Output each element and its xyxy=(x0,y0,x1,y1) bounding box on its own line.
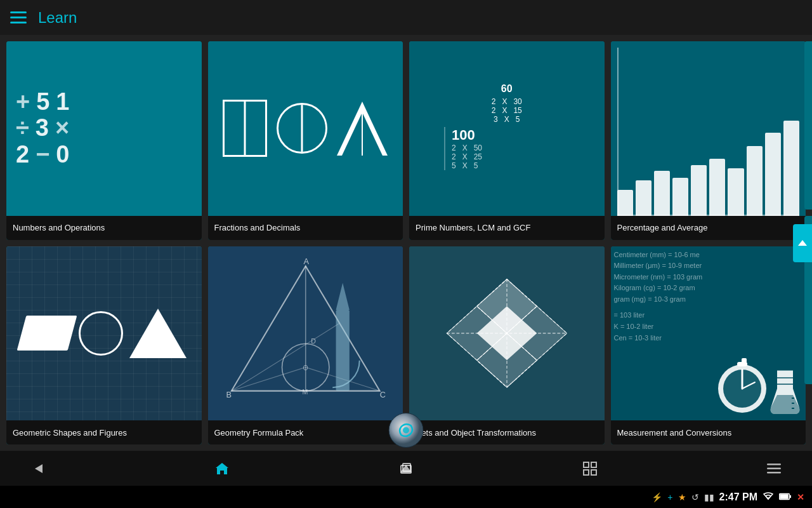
svg-rect-48 xyxy=(767,467,781,469)
card-nets-image xyxy=(409,246,605,421)
grid-icon xyxy=(583,462,597,476)
prime-row3: 3 X 5 xyxy=(425,115,589,124)
card-numbers-operations[interactable]: +51 ÷3× 2−0 Numbers and Operations xyxy=(6,41,202,240)
scroll-up-button[interactable] xyxy=(793,224,812,262)
home-icon xyxy=(214,462,230,476)
svg-marker-11 xyxy=(336,283,349,310)
nav-menu-icon xyxy=(767,464,781,474)
chart-x-axis xyxy=(617,215,800,216)
card-measure-image: Centimeter (mm) = 10-6 me Millimeter (μm… xyxy=(611,246,806,421)
card-prime-numbers[interactable]: 60 2 X 30 2 X 15 3 X 5 100 2 X 50 2 X 25… xyxy=(409,41,605,240)
scroll-up-nav-button[interactable] xyxy=(393,456,419,481)
back-icon xyxy=(31,462,45,476)
prime-tree-visual: 60 2 X 30 2 X 15 3 X 5 100 2 X 50 2 X 25… xyxy=(416,80,598,177)
card-numbers-image: +51 ÷3× 2−0 xyxy=(6,41,202,216)
hamburger-menu-icon[interactable] xyxy=(10,11,27,23)
app-title: Learn xyxy=(38,9,77,27)
home-button[interactable] xyxy=(209,456,235,481)
nav-menu-button[interactable] xyxy=(761,456,787,481)
geo-shapes-visual xyxy=(15,302,193,364)
geometry-formula-svg: A B C O D xyxy=(211,250,400,418)
bar-2 xyxy=(636,180,652,216)
back-button[interactable] xyxy=(25,456,51,481)
svg-marker-40 xyxy=(216,463,228,474)
svg-line-8 xyxy=(231,367,305,391)
grid-button[interactable] xyxy=(577,456,603,481)
app-logo-svg xyxy=(389,413,424,448)
svg-rect-44 xyxy=(591,462,596,467)
geo-triangle xyxy=(129,309,187,358)
card-percentage-image xyxy=(611,41,806,216)
top-bar: Learn xyxy=(0,0,812,35)
prime-row2: 2 X 15 xyxy=(425,106,589,115)
edge-card-top xyxy=(804,41,812,210)
card-grid: +51 ÷3× 2−0 Numbers and Operations xyxy=(6,41,806,444)
fraction-triangle xyxy=(337,102,388,156)
bar-8 xyxy=(747,146,763,216)
wifi-svg xyxy=(763,491,774,500)
card-measure-label: Measurement and Conversions xyxy=(611,420,806,444)
card-fractions-image xyxy=(208,41,403,216)
usb-icon: ⚡ xyxy=(652,492,662,502)
x-icon: ✕ xyxy=(797,492,804,502)
sync-icon: ↺ xyxy=(691,492,699,502)
card-geoform-image: A B C O D xyxy=(208,246,403,421)
plus-icon: + xyxy=(667,492,672,502)
fraction-circle xyxy=(277,103,327,154)
card-geoform-label: Geometry Formula Pack xyxy=(208,420,403,444)
prime-factor2: 2 X 25 xyxy=(452,152,570,161)
card-nets-label: Nets and Object Transformations xyxy=(409,420,605,444)
card-fractions-label: Fractions and Decimals xyxy=(208,216,403,240)
bar-9 xyxy=(765,133,781,216)
svg-rect-47 xyxy=(767,464,781,465)
svg-line-5 xyxy=(231,323,339,391)
card-numbers-label: Numbers and Operations xyxy=(6,216,202,240)
bar-3 xyxy=(654,171,670,216)
prime-big-number: 100 xyxy=(452,127,570,144)
svg-rect-52 xyxy=(780,495,788,498)
chart-y-axis xyxy=(617,48,619,216)
card-geometry-formula[interactable]: A B C O D xyxy=(208,246,403,445)
svg-rect-10 xyxy=(336,310,349,391)
center-logo[interactable] xyxy=(389,413,424,448)
svg-point-38 xyxy=(403,427,409,434)
wifi-icon xyxy=(763,491,774,502)
svg-rect-46 xyxy=(591,470,596,475)
star-icon: ★ xyxy=(678,492,686,502)
chevron-up-icon xyxy=(797,238,808,248)
svg-text:C: C xyxy=(379,390,385,399)
svg-rect-45 xyxy=(584,470,589,475)
main-content: +51 ÷3× 2−0 Numbers and Operations xyxy=(0,35,812,451)
svg-text:M: M xyxy=(302,387,308,395)
fraction-rectangle xyxy=(223,100,267,157)
prime-top: 60 xyxy=(425,83,589,95)
fraction-triangle-line xyxy=(362,112,363,156)
numbers-visual: +51 ÷3× 2−0 xyxy=(6,83,202,175)
signal-icon: ▮▮ xyxy=(704,492,714,502)
card-measurement-conversions[interactable]: Centimeter (mm) = 10-6 me Millimeter (μm… xyxy=(611,246,806,445)
card-geo-image xyxy=(6,246,202,421)
status-bar: ⚡ + ★ ↺ ▮▮ 2:47 PM ✕ xyxy=(0,486,812,508)
bar-5 xyxy=(691,165,707,216)
card-prime-image: 60 2 X 30 2 X 15 3 X 5 100 2 X 50 2 X 25… xyxy=(409,41,605,216)
card-percentage-average[interactable]: Percentage and Average xyxy=(611,41,806,240)
svg-marker-36 xyxy=(798,240,807,246)
svg-marker-39 xyxy=(35,464,43,473)
bar-4 xyxy=(672,178,688,216)
fraction-shapes-visual xyxy=(223,100,388,157)
card-geometric-shapes[interactable]: Geometric Shapes and Figures xyxy=(6,246,202,445)
prime-row1: 2 X 30 xyxy=(425,97,589,106)
card-fractions-decimals[interactable]: Fractions and Decimals xyxy=(208,41,403,240)
svg-marker-50 xyxy=(400,465,412,472)
card-nets-transformations[interactable]: Nets and Object Transformations xyxy=(409,246,605,445)
svg-rect-49 xyxy=(767,472,781,474)
svg-rect-43 xyxy=(584,462,589,467)
svg-text:D: D xyxy=(311,337,316,345)
prime-factor3: 5 X 5 xyxy=(452,161,570,170)
time-display: 2:47 PM xyxy=(719,491,757,503)
fraction-triangle-wrap xyxy=(337,102,388,156)
svg-rect-29 xyxy=(742,358,747,363)
nets-svg xyxy=(429,264,585,403)
card-percentage-label: Percentage and Average xyxy=(611,216,806,240)
bar-7 xyxy=(728,168,743,216)
